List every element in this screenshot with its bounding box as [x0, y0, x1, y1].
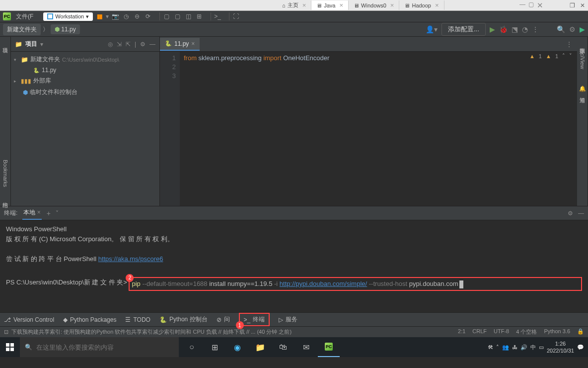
indentation[interactable]: 4 个空格 [516, 328, 537, 336]
more-icon[interactable]: ⋮ [566, 41, 577, 48]
sciview-tool-button[interactable]: SciView [580, 47, 586, 72]
chevron-down-icon[interactable]: ▾ [40, 41, 43, 48]
close-icon[interactable]: × [340, 1, 344, 9]
start-button[interactable] [0, 337, 20, 357]
tree-folder-root[interactable]: ▾ 📁 新建文件夹 C:\Users\win0\Desktop\ [11, 54, 159, 65]
structure-tool-button[interactable]: 结构 [1, 195, 9, 201]
terminal-icon[interactable]: >_ [213, 12, 222, 21]
taskbar-clock[interactable]: 1:26 2022/10/31 [547, 340, 574, 354]
pause-icon[interactable]: ▮▮ [95, 12, 104, 21]
tray-chevron-icon[interactable]: ˄ [496, 344, 499, 351]
breadcrumb[interactable]: 新建文件夹 〉 ⬢ 11.py [3, 24, 80, 35]
close-icon[interactable]: × [302, 1, 306, 9]
file-menu[interactable]: 文件(F [16, 12, 33, 21]
interpreter[interactable]: Python 3.6 [544, 328, 570, 336]
media-icon[interactable]: ▶ [580, 25, 585, 33]
close-icon[interactable]: ✕ [537, 1, 543, 10]
problems-button[interactable]: ⊘问 [217, 315, 230, 324]
pycharm-taskbar-icon[interactable]: PC [318, 337, 340, 357]
terminal-button[interactable]: >_终端 [244, 315, 265, 324]
close-icon[interactable]: × [435, 1, 439, 9]
link[interactable]: https://aka.ms/pscore6 [98, 255, 163, 263]
chevron-right-icon[interactable]: ▸ [14, 79, 19, 84]
caret-position[interactable]: 2:1 [458, 328, 465, 336]
profile-icon[interactable]: ◔ [522, 25, 528, 33]
services-button[interactable]: ▷服务 [279, 315, 297, 324]
more-icon[interactable]: ⋮ [532, 25, 539, 33]
layout-icon[interactable]: ▢ [173, 12, 182, 21]
edge-icon[interactable]: ◉ [226, 337, 248, 357]
restore-icon[interactable]: ❐ [570, 2, 575, 9]
expand-icon[interactable]: ⇲ [117, 41, 122, 48]
layout-icon[interactable]: ◫ [184, 12, 193, 21]
gear-icon[interactable]: ⚙ [569, 25, 576, 33]
close-icon[interactable]: × [390, 1, 394, 9]
tray-battery-icon[interactable]: ▭ [539, 344, 544, 351]
cortana-icon[interactable]: ○ [181, 337, 203, 357]
fullscreen-icon[interactable]: ⛶ [231, 12, 240, 21]
gear-icon[interactable]: ⚙ [140, 41, 146, 48]
vm-tab-windows[interactable]: 🖥Windows0× [349, 0, 399, 10]
line-separator[interactable]: CRLF [472, 328, 487, 336]
terminal-output[interactable]: Windows PowerShell 版 权 所 有 (C) Microsoft… [0, 220, 588, 312]
tree-external-libs[interactable]: ▸ ▮▮▮ 外部库 [11, 75, 159, 87]
hide-icon[interactable]: — [149, 41, 155, 48]
project-tool-button[interactable]: 项目 [1, 41, 9, 47]
vm-tab-hadoop[interactable]: 🖥Hadoop× [399, 0, 444, 10]
version-control-button[interactable]: ⎇Version Control [4, 316, 54, 323]
link[interactable]: http://pypi.douban.com/simple/ [280, 280, 367, 287]
search-input[interactable] [36, 344, 174, 351]
task-view-icon[interactable]: ⊞ [204, 337, 225, 357]
run-icon[interactable]: ▶ [490, 25, 495, 33]
chevron-down-icon[interactable]: ˅ [569, 53, 572, 59]
user-icon[interactable]: 👤▾ [426, 25, 438, 33]
inspection-widget[interactable]: ▲1 ▲1 ˄ ˅ [529, 53, 572, 59]
vm-tab-java[interactable]: 🖥Java× [311, 0, 349, 10]
search-icon[interactable]: 🔍 [557, 25, 565, 33]
code-editor[interactable]: 1 2 3 from sklearn.preprocessing import … [160, 52, 577, 206]
bookmarks-tool-button[interactable]: Bookmarks [2, 157, 8, 190]
encoding[interactable]: UTF-8 [494, 328, 509, 336]
database-tool-button[interactable]: 数据库 [579, 41, 586, 47]
close-icon[interactable]: × [37, 209, 41, 216]
tray-network-icon[interactable]: 🖧 [512, 344, 517, 350]
target-icon[interactable]: ◎ [108, 41, 113, 48]
minimize-icon[interactable]: — [519, 1, 525, 10]
tree-scratches[interactable]: ⬢ 临时文件和控制台 [11, 87, 159, 98]
collapse-icon[interactable]: ⇱ [126, 41, 131, 48]
new-tab-icon[interactable]: + [47, 209, 51, 217]
chevron-down-icon[interactable]: ▾ [14, 57, 19, 62]
refresh-icon[interactable]: ⟳ [144, 12, 152, 21]
tree-file[interactable]: 🐍 11.py [11, 65, 159, 75]
layout-icon[interactable]: ⊞ [195, 12, 204, 21]
maximize-icon[interactable]: ▢ [528, 1, 534, 10]
layout-icon[interactable]: ▢ [162, 12, 171, 21]
add-config-button[interactable]: 添加配置... [441, 23, 486, 36]
store-icon[interactable]: 🛍 [272, 337, 294, 357]
debug-icon[interactable]: 🐞 [499, 25, 508, 33]
hide-icon[interactable]: — [578, 210, 584, 217]
tray-people-icon[interactable]: 👥 [502, 344, 509, 351]
python-packages-button[interactable]: ◆Python Packages [63, 316, 116, 323]
close-icon[interactable]: ✕ [580, 2, 585, 9]
explorer-icon[interactable]: 📁 [249, 337, 271, 357]
vm-tab-home[interactable]: ⌂主页× [277, 0, 311, 10]
editor-tab[interactable]: 🐍 11.py × [160, 38, 200, 51]
tray-volume-icon[interactable]: 🔊 [520, 344, 527, 351]
lock-icon[interactable]: 🔒 [577, 328, 584, 336]
chevron-up-icon[interactable]: ˄ [562, 53, 565, 59]
close-icon[interactable]: × [191, 40, 195, 47]
terminal-tab-local[interactable]: 本地 × [22, 206, 41, 220]
workstation-badge[interactable]: Workstation▾ [43, 12, 93, 21]
snapshot-icon[interactable]: 📷 [111, 12, 120, 21]
mail-icon[interactable]: ✉ [295, 337, 317, 357]
status-message[interactable]: 下载预构建共享索引: 使用预构建的Python 软件包共享索引减少索引时间和 C… [11, 328, 292, 336]
todo-button[interactable]: ☰TODO [125, 316, 150, 323]
project-tree[interactable]: ▾ 📁 新建文件夹 C:\Users\win0\Desktop\ 🐍 11.py… [11, 52, 159, 100]
notification-center-icon[interactable]: 💬 [577, 344, 584, 351]
python-console-button[interactable]: 🐍Python 控制台 [159, 315, 208, 324]
gear-icon[interactable]: ⚙ [568, 210, 573, 217]
taskbar-search[interactable]: 🔍 [20, 337, 179, 357]
coverage-icon[interactable]: ⬔ [512, 25, 518, 33]
clock-icon[interactable]: ◷ [122, 12, 131, 21]
